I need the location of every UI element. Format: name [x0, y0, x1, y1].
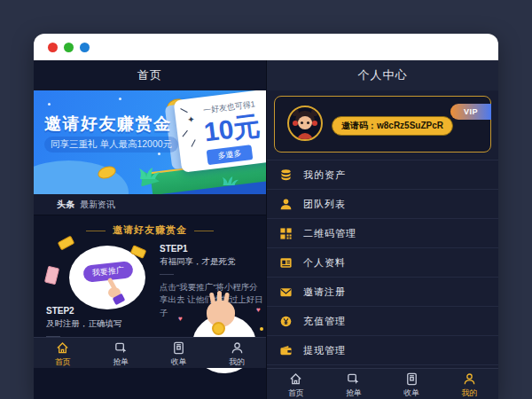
menu-item-label: 提现管理 — [303, 344, 346, 357]
gold-coin-icon — [212, 322, 225, 335]
banner-subtitle: 同享三重礼 单人最高12000元 — [44, 137, 178, 153]
tab-label: 抢单 — [346, 387, 362, 399]
close-window-icon[interactable] — [48, 43, 58, 52]
receive-order-icon — [404, 372, 419, 387]
banner-dot — [119, 98, 121, 100]
qrcode-icon — [279, 227, 293, 240]
menu-item-label: 个人资料 — [303, 256, 346, 270]
invite-promo-banner[interactable]: 一好友也可得1 ✦ 10元 多邀多 邀请好友赚赏金 同享三重礼 单人最高1200… — [34, 90, 266, 194]
heart-icon: ♥ — [256, 306, 261, 314]
banknote-icon — [44, 266, 59, 286]
profile-info-icon — [279, 256, 293, 270]
news-tag: 头条 — [57, 199, 74, 211]
avatar[interactable] — [287, 106, 323, 141]
tab-label: 我的 — [229, 356, 245, 368]
grass-icon — [138, 167, 161, 179]
divider — [160, 274, 174, 275]
team-icon — [279, 198, 293, 211]
tab-label: 收单 — [403, 387, 419, 399]
step2-label: STEP2 — [46, 306, 153, 316]
profile-panel-title: 个人中心 — [267, 60, 498, 90]
menu-item-assets[interactable]: 我的资产 — [267, 160, 498, 190]
grab-order-icon — [346, 372, 361, 387]
star-icon: ✦ — [187, 114, 196, 125]
minimize-window-icon[interactable] — [64, 43, 74, 52]
menu-item-label: 充值管理 — [303, 315, 346, 328]
banner-title: 邀请好友赚赏金 — [44, 113, 172, 136]
app-window: 首页 一好友也可得1 — [34, 34, 498, 399]
home-panel-title: 首页 — [34, 60, 266, 90]
tab-label: 收单 — [171, 356, 187, 368]
sparkle-mark — [180, 108, 187, 113]
heart-icon: ♥ — [178, 315, 183, 323]
sparkle-mark — [192, 139, 196, 146]
invite-steps-section: 邀请好友赚赏金 我要推广 STEP1 有福同享，才是死党 点击“我要推广”将小程… — [34, 215, 266, 368]
profile-tab-grab-order[interactable]: 抢单 — [325, 369, 382, 399]
tab-label: 抢单 — [113, 356, 129, 368]
reward-amount: 10元 — [202, 108, 262, 151]
maximize-window-icon[interactable] — [80, 43, 90, 52]
menu-item-qrcode[interactable]: 二维码管理 — [267, 219, 498, 248]
banner-hill-shape — [34, 160, 129, 194]
home-tab-receive-order[interactable]: 收单 — [150, 338, 208, 368]
sparkle-mark — [183, 130, 188, 137]
profile-panel: 个人中心 邀请码：w8cRz5SuZPcR VIP 我的资产团队列表二维码管理个… — [266, 60, 498, 399]
tab-label: 我的 — [461, 387, 477, 399]
receive-order-icon — [171, 340, 186, 356]
profile-tab-profile[interactable]: 我的 — [441, 369, 498, 399]
invite-register-icon — [279, 286, 293, 299]
recharge-icon — [279, 315, 293, 328]
menu-item-label: 我的资产 — [303, 168, 346, 182]
menu-item-recharge[interactable]: 充值管理 — [267, 307, 498, 336]
menu-item-withdraw[interactable]: 提现管理 — [267, 336, 498, 365]
menu-item-invite-register[interactable]: 邀请注册 — [267, 278, 498, 307]
home-tabbar: 首页抢单收单我的 — [34, 337, 266, 368]
vip-badge: VIP — [450, 104, 491, 120]
step1-headline: 有福同享，才是死党 — [160, 256, 266, 268]
assets-icon — [279, 168, 293, 182]
step2-headline: 及时注册，正确填写 — [46, 318, 153, 330]
home-tab-grab-order[interactable]: 抢单 — [92, 338, 151, 368]
window-titlebar — [34, 34, 498, 60]
profile-tab-home[interactable]: 首页 — [267, 369, 325, 399]
sparkle-dot — [260, 327, 263, 331]
banner-dot — [48, 103, 51, 106]
menu-item-team[interactable]: 团队列表 — [267, 190, 498, 219]
profile-icon — [230, 340, 245, 356]
home-tab-home[interactable]: 首页 — [34, 338, 92, 368]
home-icon — [55, 340, 70, 356]
grab-order-icon — [113, 340, 129, 356]
news-ticker[interactable]: 头条 最新资讯 — [34, 194, 266, 215]
home-tab-profile[interactable]: 我的 — [208, 338, 267, 368]
profile-tab-receive-order[interactable]: 收单 — [383, 369, 441, 399]
menu-item-label: 团队列表 — [303, 198, 346, 211]
home-panel: 首页 一好友也可得1 — [34, 60, 266, 399]
banner-dot — [158, 153, 160, 155]
withdraw-icon — [279, 344, 293, 357]
promote-illustration: 我要推广 — [44, 239, 155, 317]
menu-item-label: 二维码管理 — [303, 227, 356, 240]
news-text: 最新资讯 — [80, 199, 115, 211]
grass-icon — [222, 176, 239, 185]
profile-icon — [462, 372, 477, 387]
banknote-icon — [58, 236, 75, 251]
banner-reward-card: 一好友也可得1 ✦ 10元 多邀多 — [174, 90, 266, 173]
menu-item-profile-info[interactable]: 个人资料 — [267, 248, 498, 278]
invite-code-pill[interactable]: 邀请码：w8cRz5SuZPcR — [332, 116, 453, 136]
section-title: 邀请好友赚赏金 — [34, 223, 266, 237]
tab-label: 首页 — [288, 387, 304, 399]
step1-label: STEP1 — [160, 244, 266, 254]
menu-item-label: 邀请注册 — [303, 286, 346, 299]
home-icon — [288, 372, 303, 387]
profile-tabbar: 首页抢单收单我的 — [267, 368, 498, 399]
tab-label: 首页 — [55, 356, 71, 368]
profile-menu: 我的资产团队列表二维码管理个人资料邀请注册充值管理提现管理 — [267, 160, 498, 365]
profile-card: 邀请码：w8cRz5SuZPcR VIP — [274, 96, 491, 153]
